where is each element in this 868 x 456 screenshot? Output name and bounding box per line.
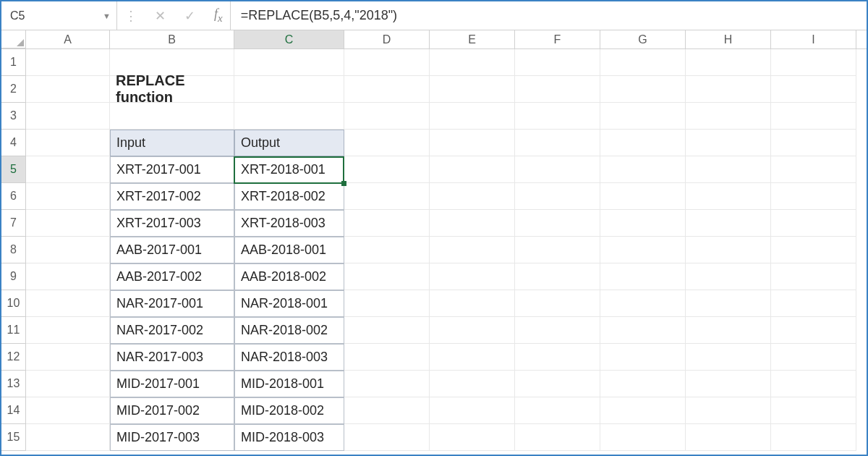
row-header[interactable]: 8 <box>1 237 26 263</box>
spreadsheet-grid[interactable]: A B C D E F G H I 1 2 REPLACE function <box>1 30 867 455</box>
cell[interactable] <box>234 103 344 130</box>
cell[interactable] <box>344 263 430 290</box>
row-header[interactable]: 7 <box>1 210 26 237</box>
row-header[interactable]: 3 <box>1 103 26 130</box>
cell[interactable] <box>600 317 686 344</box>
column-header[interactable]: B <box>110 30 234 48</box>
cell[interactable] <box>26 344 110 371</box>
cell[interactable] <box>686 156 771 183</box>
column-header[interactable]: H <box>686 30 771 48</box>
enter-icon[interactable]: ✓ <box>184 8 195 24</box>
cell[interactable] <box>600 397 686 424</box>
column-header[interactable]: E <box>430 30 515 48</box>
cell[interactable] <box>344 290 430 317</box>
column-header[interactable]: F <box>515 30 600 48</box>
cell[interactable] <box>515 344 600 371</box>
cell[interactable] <box>686 210 771 237</box>
cell-output[interactable]: MID-2018-001 <box>234 371 344 397</box>
cell[interactable] <box>771 290 856 317</box>
cell[interactable] <box>686 130 771 156</box>
cell[interactable] <box>515 397 600 424</box>
cell-output[interactable]: AAB-2018-002 <box>234 263 344 290</box>
cell[interactable] <box>771 130 856 156</box>
cell[interactable] <box>686 317 771 344</box>
cell[interactable] <box>26 290 110 317</box>
cell[interactable] <box>430 156 515 183</box>
more-icon[interactable]: ⋮ <box>124 9 136 22</box>
cell-input[interactable]: XRT-2017-003 <box>110 210 234 237</box>
cell[interactable] <box>771 344 856 371</box>
cell[interactable] <box>771 317 856 344</box>
cell[interactable] <box>600 210 686 237</box>
cell-input[interactable]: NAR-2017-001 <box>110 290 234 317</box>
cell[interactable] <box>771 371 856 397</box>
cell-output[interactable]: XRT-2018-003 <box>234 210 344 237</box>
cell[interactable] <box>344 49 430 76</box>
cell[interactable] <box>26 76 110 103</box>
cell-input[interactable]: MID-2017-002 <box>110 397 234 424</box>
column-header[interactable]: A <box>26 30 110 48</box>
row-header[interactable]: 15 <box>1 424 26 451</box>
cell[interactable] <box>26 371 110 397</box>
cell[interactable] <box>600 344 686 371</box>
cell[interactable] <box>686 76 771 103</box>
row-header[interactable]: 4 <box>1 130 26 156</box>
cell[interactable] <box>430 237 515 263</box>
cell-output[interactable]: NAR-2018-002 <box>234 317 344 344</box>
cell[interactable] <box>234 76 344 103</box>
cell[interactable] <box>430 344 515 371</box>
cell[interactable] <box>515 76 600 103</box>
cell[interactable] <box>430 317 515 344</box>
cell[interactable] <box>771 183 856 210</box>
cell[interactable] <box>600 156 686 183</box>
row-header[interactable]: 5 <box>1 156 26 183</box>
cell[interactable] <box>515 156 600 183</box>
cell-input[interactable]: MID-2017-001 <box>110 371 234 397</box>
cell[interactable] <box>26 49 110 76</box>
cell[interactable] <box>515 130 600 156</box>
cell[interactable] <box>600 371 686 397</box>
cell[interactable] <box>600 237 686 263</box>
cell[interactable] <box>430 263 515 290</box>
column-header[interactable]: D <box>344 30 430 48</box>
cell[interactable] <box>515 103 600 130</box>
chevron-down-icon[interactable]: ▼ <box>103 12 111 20</box>
cell[interactable] <box>515 237 600 263</box>
cell[interactable] <box>430 76 515 103</box>
cell[interactable] <box>344 344 430 371</box>
cell[interactable] <box>771 76 856 103</box>
column-header[interactable]: I <box>771 30 856 48</box>
cell[interactable] <box>771 210 856 237</box>
cell-input[interactable]: XRT-2017-002 <box>110 183 234 210</box>
cell[interactable] <box>344 130 430 156</box>
cell[interactable] <box>344 76 430 103</box>
cell-title[interactable]: REPLACE function <box>110 76 234 103</box>
row-header[interactable]: 14 <box>1 397 26 424</box>
cell[interactable] <box>26 130 110 156</box>
cell[interactable] <box>26 237 110 263</box>
cell[interactable] <box>26 397 110 424</box>
cell[interactable] <box>686 344 771 371</box>
cell-output[interactable]: XRT-2018-002 <box>234 183 344 210</box>
cell[interactable] <box>771 237 856 263</box>
cell[interactable] <box>344 317 430 344</box>
cell[interactable] <box>771 397 856 424</box>
cell[interactable] <box>26 424 110 451</box>
cell[interactable] <box>26 183 110 210</box>
cell[interactable] <box>430 210 515 237</box>
cell[interactable] <box>344 397 430 424</box>
column-header[interactable]: C <box>234 30 344 48</box>
cell[interactable] <box>234 49 344 76</box>
cell[interactable] <box>344 424 430 451</box>
cell[interactable] <box>771 156 856 183</box>
cell[interactable] <box>515 210 600 237</box>
cell[interactable] <box>600 103 686 130</box>
cell[interactable] <box>430 371 515 397</box>
cell[interactable] <box>344 156 430 183</box>
cell[interactable] <box>430 424 515 451</box>
cell[interactable] <box>515 290 600 317</box>
cell[interactable] <box>26 156 110 183</box>
cell-input[interactable]: MID-2017-003 <box>110 424 234 451</box>
cell[interactable] <box>26 210 110 237</box>
cell[interactable] <box>430 397 515 424</box>
